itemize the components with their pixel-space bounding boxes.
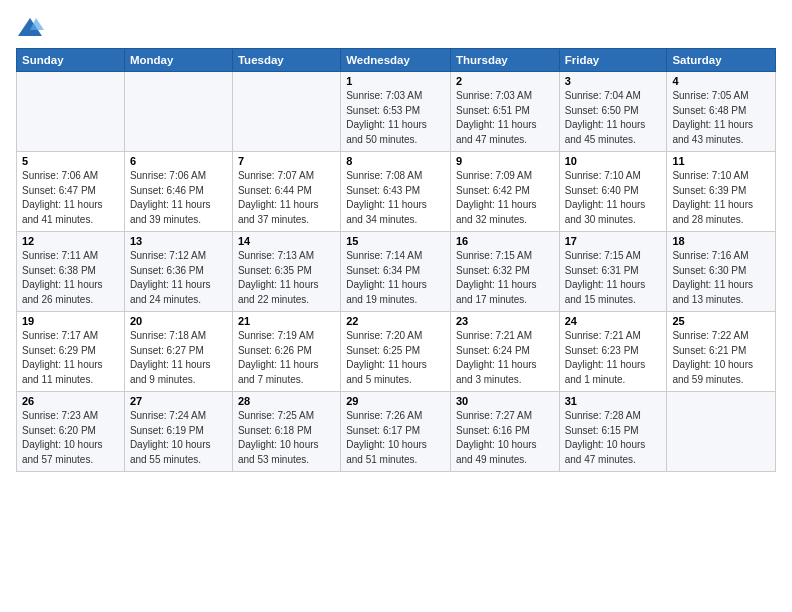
day-number: 5	[22, 155, 119, 167]
day-cell-23: 23Sunrise: 7:21 AMSunset: 6:24 PMDayligh…	[450, 312, 559, 392]
day-cell-26: 26Sunrise: 7:23 AMSunset: 6:20 PMDayligh…	[17, 392, 125, 472]
day-number: 24	[565, 315, 662, 327]
weekday-header-monday: Monday	[124, 49, 232, 72]
day-cell-30: 30Sunrise: 7:27 AMSunset: 6:16 PMDayligh…	[450, 392, 559, 472]
calendar-table: SundayMondayTuesdayWednesdayThursdayFrid…	[16, 48, 776, 472]
day-info: Sunrise: 7:15 AMSunset: 6:31 PMDaylight:…	[565, 250, 646, 305]
day-number: 6	[130, 155, 227, 167]
week-row-3: 19Sunrise: 7:17 AMSunset: 6:29 PMDayligh…	[17, 312, 776, 392]
day-number: 7	[238, 155, 335, 167]
day-number: 2	[456, 75, 554, 87]
day-number: 26	[22, 395, 119, 407]
day-number: 10	[565, 155, 662, 167]
day-number: 12	[22, 235, 119, 247]
day-number: 29	[346, 395, 445, 407]
day-info: Sunrise: 7:16 AMSunset: 6:30 PMDaylight:…	[672, 250, 753, 305]
day-number: 18	[672, 235, 770, 247]
empty-cell	[17, 72, 125, 152]
header	[16, 10, 776, 42]
day-cell-21: 21Sunrise: 7:19 AMSunset: 6:26 PMDayligh…	[232, 312, 340, 392]
day-info: Sunrise: 7:26 AMSunset: 6:17 PMDaylight:…	[346, 410, 427, 465]
day-number: 17	[565, 235, 662, 247]
day-info: Sunrise: 7:20 AMSunset: 6:25 PMDaylight:…	[346, 330, 427, 385]
day-cell-4: 4Sunrise: 7:05 AMSunset: 6:48 PMDaylight…	[667, 72, 776, 152]
header-row: SundayMondayTuesdayWednesdayThursdayFrid…	[17, 49, 776, 72]
logo-icon	[16, 14, 44, 42]
day-info: Sunrise: 7:10 AMSunset: 6:40 PMDaylight:…	[565, 170, 646, 225]
day-info: Sunrise: 7:06 AMSunset: 6:46 PMDaylight:…	[130, 170, 211, 225]
day-cell-2: 2Sunrise: 7:03 AMSunset: 6:51 PMDaylight…	[450, 72, 559, 152]
day-info: Sunrise: 7:25 AMSunset: 6:18 PMDaylight:…	[238, 410, 319, 465]
day-cell-17: 17Sunrise: 7:15 AMSunset: 6:31 PMDayligh…	[559, 232, 667, 312]
day-cell-19: 19Sunrise: 7:17 AMSunset: 6:29 PMDayligh…	[17, 312, 125, 392]
day-number: 16	[456, 235, 554, 247]
day-number: 22	[346, 315, 445, 327]
day-number: 19	[22, 315, 119, 327]
day-number: 31	[565, 395, 662, 407]
weekday-header-thursday: Thursday	[450, 49, 559, 72]
day-number: 8	[346, 155, 445, 167]
day-cell-13: 13Sunrise: 7:12 AMSunset: 6:36 PMDayligh…	[124, 232, 232, 312]
day-info: Sunrise: 7:13 AMSunset: 6:35 PMDaylight:…	[238, 250, 319, 305]
day-cell-5: 5Sunrise: 7:06 AMSunset: 6:47 PMDaylight…	[17, 152, 125, 232]
day-info: Sunrise: 7:07 AMSunset: 6:44 PMDaylight:…	[238, 170, 319, 225]
logo	[16, 14, 48, 42]
day-info: Sunrise: 7:03 AMSunset: 6:53 PMDaylight:…	[346, 90, 427, 145]
day-info: Sunrise: 7:21 AMSunset: 6:23 PMDaylight:…	[565, 330, 646, 385]
day-info: Sunrise: 7:17 AMSunset: 6:29 PMDaylight:…	[22, 330, 103, 385]
day-info: Sunrise: 7:27 AMSunset: 6:16 PMDaylight:…	[456, 410, 537, 465]
day-info: Sunrise: 7:09 AMSunset: 6:42 PMDaylight:…	[456, 170, 537, 225]
day-cell-3: 3Sunrise: 7:04 AMSunset: 6:50 PMDaylight…	[559, 72, 667, 152]
day-info: Sunrise: 7:21 AMSunset: 6:24 PMDaylight:…	[456, 330, 537, 385]
day-info: Sunrise: 7:19 AMSunset: 6:26 PMDaylight:…	[238, 330, 319, 385]
day-cell-1: 1Sunrise: 7:03 AMSunset: 6:53 PMDaylight…	[341, 72, 451, 152]
day-number: 20	[130, 315, 227, 327]
day-info: Sunrise: 7:15 AMSunset: 6:32 PMDaylight:…	[456, 250, 537, 305]
day-number: 14	[238, 235, 335, 247]
day-number: 28	[238, 395, 335, 407]
day-number: 4	[672, 75, 770, 87]
day-info: Sunrise: 7:22 AMSunset: 6:21 PMDaylight:…	[672, 330, 753, 385]
week-row-1: 5Sunrise: 7:06 AMSunset: 6:47 PMDaylight…	[17, 152, 776, 232]
day-cell-27: 27Sunrise: 7:24 AMSunset: 6:19 PMDayligh…	[124, 392, 232, 472]
day-cell-7: 7Sunrise: 7:07 AMSunset: 6:44 PMDaylight…	[232, 152, 340, 232]
weekday-header-sunday: Sunday	[17, 49, 125, 72]
day-cell-6: 6Sunrise: 7:06 AMSunset: 6:46 PMDaylight…	[124, 152, 232, 232]
day-cell-18: 18Sunrise: 7:16 AMSunset: 6:30 PMDayligh…	[667, 232, 776, 312]
day-cell-31: 31Sunrise: 7:28 AMSunset: 6:15 PMDayligh…	[559, 392, 667, 472]
day-info: Sunrise: 7:14 AMSunset: 6:34 PMDaylight:…	[346, 250, 427, 305]
day-cell-22: 22Sunrise: 7:20 AMSunset: 6:25 PMDayligh…	[341, 312, 451, 392]
day-cell-12: 12Sunrise: 7:11 AMSunset: 6:38 PMDayligh…	[17, 232, 125, 312]
day-cell-25: 25Sunrise: 7:22 AMSunset: 6:21 PMDayligh…	[667, 312, 776, 392]
day-cell-24: 24Sunrise: 7:21 AMSunset: 6:23 PMDayligh…	[559, 312, 667, 392]
empty-cell	[667, 392, 776, 472]
day-number: 11	[672, 155, 770, 167]
day-info: Sunrise: 7:10 AMSunset: 6:39 PMDaylight:…	[672, 170, 753, 225]
day-info: Sunrise: 7:12 AMSunset: 6:36 PMDaylight:…	[130, 250, 211, 305]
day-cell-14: 14Sunrise: 7:13 AMSunset: 6:35 PMDayligh…	[232, 232, 340, 312]
day-info: Sunrise: 7:08 AMSunset: 6:43 PMDaylight:…	[346, 170, 427, 225]
empty-cell	[124, 72, 232, 152]
day-number: 13	[130, 235, 227, 247]
weekday-header-saturday: Saturday	[667, 49, 776, 72]
week-row-2: 12Sunrise: 7:11 AMSunset: 6:38 PMDayligh…	[17, 232, 776, 312]
day-number: 1	[346, 75, 445, 87]
day-number: 9	[456, 155, 554, 167]
weekday-header-tuesday: Tuesday	[232, 49, 340, 72]
day-cell-28: 28Sunrise: 7:25 AMSunset: 6:18 PMDayligh…	[232, 392, 340, 472]
day-number: 30	[456, 395, 554, 407]
day-cell-11: 11Sunrise: 7:10 AMSunset: 6:39 PMDayligh…	[667, 152, 776, 232]
weekday-header-friday: Friday	[559, 49, 667, 72]
day-info: Sunrise: 7:24 AMSunset: 6:19 PMDaylight:…	[130, 410, 211, 465]
empty-cell	[232, 72, 340, 152]
weekday-header-wednesday: Wednesday	[341, 49, 451, 72]
day-info: Sunrise: 7:18 AMSunset: 6:27 PMDaylight:…	[130, 330, 211, 385]
day-info: Sunrise: 7:11 AMSunset: 6:38 PMDaylight:…	[22, 250, 103, 305]
day-cell-16: 16Sunrise: 7:15 AMSunset: 6:32 PMDayligh…	[450, 232, 559, 312]
day-number: 25	[672, 315, 770, 327]
day-info: Sunrise: 7:04 AMSunset: 6:50 PMDaylight:…	[565, 90, 646, 145]
day-info: Sunrise: 7:05 AMSunset: 6:48 PMDaylight:…	[672, 90, 753, 145]
day-number: 21	[238, 315, 335, 327]
week-row-0: 1Sunrise: 7:03 AMSunset: 6:53 PMDaylight…	[17, 72, 776, 152]
page: SundayMondayTuesdayWednesdayThursdayFrid…	[0, 0, 792, 612]
